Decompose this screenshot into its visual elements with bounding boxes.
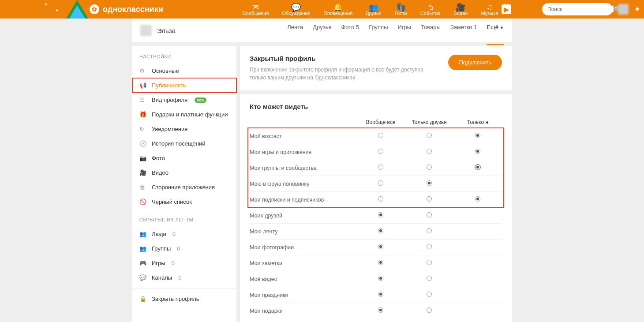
sidebar-hidden-Каналы[interactable]: 💬Каналы0 (132, 270, 236, 285)
closed-profile-card: Закрытый профиль При включении закрытого… (240, 46, 512, 90)
tab-Фото 5[interactable]: Фото 5 (341, 24, 359, 37)
privacy-row: Мои заметки (250, 255, 502, 271)
sidebar-hidden-Люди[interactable]: 👥Люди0 (132, 227, 236, 241)
tab-Товары[interactable]: Товары (421, 24, 441, 37)
chevron-down-icon: ▼ (500, 26, 504, 37)
sidebar-item-label: Игры (152, 260, 165, 266)
sidebar-item-История посещений[interactable]: 🕑История посещений (132, 136, 236, 151)
row-label: Мои подписки и подписчиков (250, 197, 356, 203)
profile-name[interactable]: Эльза (157, 27, 176, 34)
topnav-label: Сообщения (243, 11, 269, 16)
sidebar-item-Публичность[interactable]: 📢Публичность (132, 78, 236, 93)
sidebar-icon: 👥 (139, 231, 146, 237)
radio-option[interactable] (427, 149, 432, 154)
sidebar-hidden-Игры[interactable]: 🎮Игры0 (132, 256, 236, 270)
radio-option[interactable] (427, 133, 432, 138)
sidebar-item-label: Группы (152, 245, 171, 252)
radio-option[interactable] (427, 196, 432, 202)
tab-Игры[interactable]: Игры (397, 24, 411, 37)
topnav-Видео[interactable]: 🎥Видео (453, 3, 468, 16)
radio-option[interactable] (475, 165, 480, 170)
radio-option[interactable] (427, 307, 432, 313)
topnav-icon: 👣 (396, 3, 406, 11)
sidebar-title-hidden: СКРЫТЫЕ ИЗ ЛЕНТЫ (132, 209, 236, 227)
radio-option[interactable] (378, 212, 383, 217)
lock-icon: 🔒 (139, 296, 146, 302)
privacy-row: Мои фотографии (250, 239, 502, 255)
radio-option[interactable] (427, 292, 432, 297)
radio-option[interactable] (427, 180, 432, 186)
sidebar-item-Вид профиля[interactable]: ☰Вид профиляnew (132, 93, 236, 107)
search-box[interactable]: 🔍 (542, 3, 613, 15)
row-label: Мои игры и приложения (250, 149, 356, 155)
radio-option[interactable] (427, 244, 432, 249)
radio-option[interactable] (475, 149, 480, 154)
search-input[interactable] (547, 6, 614, 12)
row-label: Мою вторую половинку (250, 181, 356, 187)
topnav-label: Обсуждения (282, 11, 310, 16)
sidebar-icon: 🎁 (139, 111, 146, 118)
sidebar-icon: 🕑 (139, 140, 146, 147)
sidebar-close-profile[interactable]: 🔒 Закрыть профиль (132, 292, 236, 306)
radio-option[interactable] (378, 133, 383, 138)
radio-option[interactable] (378, 292, 383, 297)
profile-avatar[interactable] (140, 25, 152, 36)
radio-option[interactable] (378, 260, 383, 265)
radio-option[interactable] (427, 228, 432, 233)
radio-option[interactable] (378, 165, 383, 170)
sidebar-count: 0 (178, 274, 181, 281)
radio-option[interactable] (427, 165, 432, 170)
sidebar-item-Основные[interactable]: ⚙Основные (132, 64, 236, 78)
radio-option[interactable] (378, 244, 383, 249)
radio-option[interactable] (378, 180, 383, 186)
play-icon[interactable]: ▶ (502, 4, 511, 14)
radio-option[interactable] (378, 196, 383, 202)
sidebar-item-label: Публичность (152, 82, 186, 89)
header-avatar[interactable] (618, 4, 629, 15)
tab-more[interactable]: Ещё▼ (487, 24, 504, 45)
radio-option[interactable] (378, 228, 383, 233)
topnav-Музыка[interactable]: ♫Музыка (481, 3, 498, 16)
sidebar-item-Сторонние приложения[interactable]: ▦Сторонние приложения (132, 180, 236, 195)
topnav-Обсуждения[interactable]: 💬Обсуждения (282, 3, 310, 16)
tab-Лента[interactable]: Лента (287, 24, 303, 37)
sidebar-item-label: Уведомления (152, 126, 187, 132)
row-label: Моих друзей (250, 213, 356, 219)
sidebar-item-Черный список[interactable]: 🚫Черный список (132, 195, 236, 209)
sidebar-item-Фото[interactable]: 📷Фото (132, 151, 236, 165)
topnav-Сообщения[interactable]: ✉Сообщения (243, 3, 269, 16)
topnav-Гости[interactable]: 👣Гости (395, 3, 407, 16)
radio-option[interactable] (475, 196, 480, 202)
radio-option[interactable] (427, 276, 432, 281)
sidebar-icon: 🚫 (139, 198, 146, 205)
radio-option[interactable] (427, 260, 432, 265)
sidebar-item-label: Вид профиля (152, 97, 187, 103)
sidebar-count: 0 (172, 231, 176, 237)
brand-logo[interactable]: ✿ одноклассники (90, 4, 163, 14)
radio-option[interactable] (378, 276, 383, 281)
col-friends: Только друзья (405, 119, 453, 125)
radio-option[interactable] (475, 133, 480, 138)
tab-Друзья[interactable]: Друзья (313, 24, 331, 37)
topnav-События[interactable]: 🖒События (420, 3, 440, 16)
sidebar-hidden-Группы[interactable]: 👥Группы0 (132, 241, 236, 256)
connect-button[interactable]: Подключить (448, 55, 502, 70)
sidebar-item-label: Фото (152, 155, 165, 161)
sidebar-item-label: История посещений (152, 140, 206, 147)
sidebar-item-Подарки и платные функции[interactable]: 🎁Подарки и платные функции (132, 107, 236, 122)
topnav-Друзья[interactable]: 👥Друзья (366, 3, 382, 16)
sidebar-icon: 🎥 (139, 169, 146, 176)
sidebar-item-Уведомления[interactable]: ↻Уведомления (132, 122, 236, 136)
topnav-icon: 🎥 (456, 3, 465, 11)
tab-Заметки 1[interactable]: Заметки 1 (450, 24, 477, 37)
radio-option[interactable] (378, 307, 383, 313)
sidebar-item-Видео[interactable]: 🎥Видео (132, 165, 236, 180)
sidebar-item-label: Закрыть профиль (152, 296, 199, 302)
radio-option[interactable] (378, 149, 383, 154)
privacy-row: Моих друзей (250, 207, 502, 223)
tab-Группы[interactable]: Группы (369, 24, 388, 37)
sidebar-icon: ⚙ (139, 67, 146, 74)
radio-option[interactable] (427, 212, 432, 217)
topnav-icon: 🔔 (333, 3, 343, 11)
topnav-Оповещения[interactable]: 🔔Оповещения (323, 3, 352, 16)
